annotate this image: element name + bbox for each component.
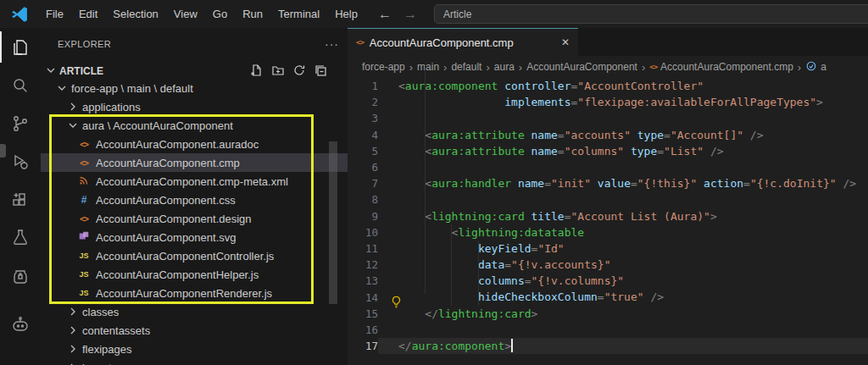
tree-folder[interactable]: contentassets [41,321,348,340]
tab-accountauracomponent-cmp[interactable]: <> AccountAuraComponent.cmp ✕ [348,28,578,56]
tree-folder[interactable]: force-app \ main \ default [41,79,348,97]
code-line[interactable]: 14 hideCheckboxColumn="true" /> [348,289,868,305]
breadcrumb-item[interactable]: <>AccountAuraComponent.cmp [649,61,793,73]
tree-folder[interactable]: aura \ AccountAuraComponent [41,116,348,135]
new-folder-icon[interactable] [271,64,285,80]
code-line[interactable]: 2 implements="flexipage:availableForAllP… [348,94,868,110]
menu-item-terminal[interactable]: Terminal [270,8,327,20]
source-control-icon[interactable] [0,104,41,142]
menu-item-selection[interactable]: Selection [105,8,165,20]
code-line-content [378,110,868,126]
tree-item-label: classes [82,306,119,318]
breadcrumb-item[interactable]: default [451,61,481,73]
code-line[interactable]: 17</aura:component> [348,338,868,354]
breadcrumb-separator: › [443,61,447,74]
line-number: 5 [348,145,378,158]
code-line[interactable]: 13 columns="{!v.columns}" [348,273,868,289]
lightbulb-icon[interactable] [390,296,403,308]
chevron-right-icon [66,361,80,365]
code-line[interactable]: 4 <aura:attribute name="accounts" type="… [348,127,868,143]
code-line[interactable]: 8 [348,191,868,207]
tree-item[interactable]: <>AccountAuraComponent.cmp [41,153,348,172]
tree-item-label: flexipages [82,343,132,356]
breadcrumb-item[interactable]: aura [494,61,515,73]
code-line-content [378,159,868,175]
xml-file-icon [77,174,91,189]
code-line[interactable]: 7 <aura:handler name="init" value="{!thi… [348,175,868,191]
line-number: 10 [348,226,378,239]
breadcrumb-item[interactable]: AccountAuraComponent [526,61,637,73]
tree-item[interactable]: JSAccountAuraComponentHelper.js [41,265,348,284]
tree-item[interactable]: #AccountAuraComponent.css [41,191,348,209]
menu-item-view[interactable]: View [166,8,205,20]
line-number: 3 [348,112,378,124]
section-header-article[interactable]: ARTICLE [41,62,348,80]
menu-bar: FileEditSelectionViewGoRunTerminalHelp [38,8,365,20]
tree-folder[interactable]: applications [41,97,348,116]
tree-folder[interactable]: layouts [41,358,348,365]
code-line[interactable]: 1<aura:component controller="AccountCont… [348,78,868,94]
file-tree: force-app \ main \ defaultapplicationsau… [41,79,348,365]
tree-item[interactable]: AccountAuraComponent.cmp-meta.xml [41,172,348,191]
tab-close-icon[interactable]: ✕ [549,36,570,48]
code-line[interactable]: 6 [348,159,868,175]
menu-item-edit[interactable]: Edit [71,8,105,20]
tree-folder[interactable]: flexipages [41,340,348,358]
explorer-icon[interactable] [0,28,41,66]
org-browser-icon[interactable] [0,257,41,295]
tree-item-label: AccountAuraComponent.cmp-meta.xml [96,175,288,188]
breadcrumb-label: force-app [362,61,405,73]
refresh-icon[interactable] [292,64,306,80]
tree-item[interactable]: <>AccountAuraComponent.auradoc [41,135,348,153]
code-line-content: <aura:attribute name="accounts" type="Ac… [378,127,868,143]
tree-item[interactable]: AccountAuraComponent.svg [41,228,348,246]
run-debug-icon[interactable] [0,142,41,180]
breadcrumb-item[interactable]: force-app [362,61,405,73]
einstein-icon[interactable] [0,305,41,343]
code-line[interactable]: 3 [348,110,868,126]
line-number: 1 [348,80,378,92]
menu-item-run[interactable]: Run [235,8,270,20]
sidebar-scrollbar[interactable] [329,141,337,304]
line-number: 17 [348,340,378,352]
tree-item-label: AccountAuraComponent.svg [96,231,236,244]
css-file-icon: # [77,194,91,206]
tree-item[interactable]: <>AccountAuraComponent.design [41,209,348,228]
line-number: 2 [348,96,378,108]
svg-file-icon [77,230,91,245]
menu-item-file[interactable]: File [38,8,71,20]
text-cursor [511,339,513,352]
code-line[interactable]: 12 data="{!v.accounts}" [348,257,868,273]
collapse-all-icon[interactable] [314,64,327,80]
menu-item-go[interactable]: Go [205,8,235,20]
code-editor[interactable]: 1<aura:component controller="AccountCont… [348,78,868,365]
panel-title: EXPLORER [58,39,111,49]
breadcrumb-item[interactable]: main [417,61,439,73]
code-line[interactable]: 11 keyField="Id" [348,241,868,257]
testing-icon[interactable] [0,218,41,257]
code-line[interactable]: 16 [348,322,868,338]
tree-folder[interactable]: classes [41,302,348,321]
section-title: ARTICLE [59,65,103,77]
new-file-icon[interactable] [250,64,264,80]
chevron-right-icon [66,342,80,356]
extensions-icon[interactable] [0,180,41,218]
tree-item[interactable]: JSAccountAuraComponentRenderer.js [41,284,348,302]
code-file-icon: <> [649,63,657,71]
breadcrumb-label: AccountAuraComponent [526,61,637,73]
indent-guide [425,66,426,294]
code-line[interactable]: 15 </lightning:card> [348,306,868,322]
explorer-sidebar: EXPLORER ··· ARTICLE force-app \ main \ … [41,28,348,365]
section-actions [250,64,348,80]
tree-item[interactable]: JSAccountAuraComponentController.js [41,246,348,265]
code-line-content: <lightning:card title="Account List (Aur… [378,208,868,224]
breadcrumb-item[interactable]: a [805,60,826,75]
code-line[interactable]: 5 <aura:attribute name="columns" type="L… [348,143,868,159]
activity-bar [0,28,41,365]
more-actions-icon[interactable]: ··· [325,37,339,51]
search-icon[interactable] [0,66,41,104]
code-line[interactable]: 10 <lightning:datatable [348,224,868,241]
code-line[interactable]: 9 <lightning:card title="Account List (A… [348,208,868,224]
breadcrumb-separator: › [642,61,645,74]
tab-label: AccountAuraComponent.cmp [370,36,514,49]
